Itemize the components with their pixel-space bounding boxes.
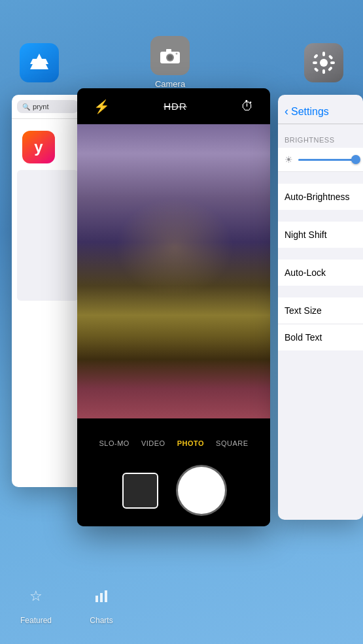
svg-rect-12 [328, 54, 334, 59]
camera-app-label: Camera [155, 79, 185, 89]
svg-rect-13 [314, 67, 319, 72]
settings-icon [304, 43, 343, 82]
svg-rect-4 [166, 49, 171, 52]
viewfinder-light [116, 198, 233, 296]
settings-rows-group3: Auto-Lock [278, 260, 363, 286]
camera-header: ⚡ HDR ⏱ [77, 88, 270, 124]
search-text: prynt [33, 103, 48, 110]
camera-mode-bar: SLO-MO VIDEO PHOTO SQUARE [77, 432, 270, 454]
back-chevron-icon: ‹ [285, 105, 288, 118]
app-switcher: A Camera [0, 0, 363, 644]
text-size-row[interactable]: Text Size [278, 297, 363, 324]
mode-square[interactable]: SQUARE [216, 439, 248, 447]
appstore-icon-item[interactable]: A [20, 43, 59, 82]
dock-charts-item[interactable]: Charts [85, 580, 118, 625]
settings-back-label: Settings [291, 106, 329, 118]
app-icons-bar: A Camera [0, 36, 363, 89]
appstore-icon: A [20, 43, 59, 82]
settings-icon-item[interactable] [304, 43, 343, 82]
svg-rect-8 [322, 69, 325, 74]
settings-rows-group2: Night Shift [278, 222, 363, 248]
svg-rect-9 [313, 61, 317, 64]
settings-rows-group4: Text Size Bold Text [278, 297, 363, 350]
bottom-dock: ☆ Featured Charts [0, 572, 363, 644]
app-cards-container: 🔍 prynt y ⚡ HDR ⏱ [0, 88, 363, 572]
brightness-slider[interactable] [298, 159, 356, 161]
mode-slomo[interactable]: SLO-MO [99, 439, 129, 447]
text-size-label: Text Size [285, 305, 322, 316]
appstore-content: y [12, 119, 84, 311]
charts-icon [85, 580, 118, 613]
yummly-icon: y [22, 131, 55, 163]
charts-label: Charts [90, 616, 112, 625]
appstore-banner [17, 170, 78, 301]
auto-brightness-label: Auto-Brightness [285, 192, 350, 202]
appstore-svg: A [27, 51, 51, 75]
svg-rect-14 [328, 66, 333, 71]
night-shift-row[interactable]: Night Shift [278, 222, 363, 248]
camera-bottom-bar [77, 454, 270, 526]
camera-icon-item[interactable]: Camera [150, 36, 190, 89]
camera-svg [160, 47, 181, 64]
card-settings[interactable]: ‹ Settings BRIGHTNESS ☀ Auto-Brightness … [278, 95, 363, 520]
settings-rows-group: Auto-Brightness [278, 184, 363, 210]
auto-brightness-row[interactable]: Auto-Brightness [278, 184, 363, 210]
mode-video[interactable]: VIDEO [141, 439, 165, 447]
mode-photo[interactable]: PHOTO [177, 439, 204, 447]
svg-rect-15 [95, 596, 98, 602]
timer-icon[interactable]: ⏱ [241, 99, 254, 114]
card-camera[interactable]: ⚡ HDR ⏱ SLO-MO VIDEO PHOTO SQUARE [77, 88, 270, 526]
charts-svg [94, 589, 109, 603]
featured-star-icon: ☆ [20, 580, 52, 613]
svg-rect-7 [322, 52, 325, 56]
svg-point-5 [176, 53, 178, 55]
auto-lock-row[interactable]: Auto-Lock [278, 260, 363, 286]
bold-text-row[interactable]: Bold Text [278, 324, 363, 350]
settings-svg [312, 51, 336, 75]
search-input-bar[interactable]: 🔍 prynt [17, 100, 78, 113]
svg-rect-10 [330, 61, 335, 64]
hdr-label[interactable]: HDR [164, 101, 187, 112]
brightness-section-header: BRIGHTNESS [278, 124, 363, 148]
flash-off-icon[interactable]: ⚡ [94, 99, 110, 114]
svg-text:A: A [31, 59, 38, 70]
auto-lock-label: Auto-Lock [285, 267, 326, 278]
night-shift-label: Night Shift [285, 229, 327, 240]
featured-label: Featured [20, 616, 52, 625]
camera-thumbnail[interactable] [122, 473, 158, 509]
dock-featured-item[interactable]: ☆ Featured [20, 580, 52, 625]
svg-rect-11 [313, 54, 319, 59]
svg-point-6 [320, 59, 328, 67]
svg-rect-16 [100, 593, 103, 602]
brightness-slider-row[interactable]: ☀ [278, 148, 363, 172]
shutter-button[interactable] [178, 467, 225, 514]
search-icon: 🔍 [22, 103, 30, 110]
svg-rect-17 [105, 590, 107, 602]
svg-point-3 [167, 55, 173, 60]
appstore-search-bar: 🔍 prynt [12, 95, 84, 119]
card-appstore[interactable]: 🔍 prynt y [12, 95, 84, 487]
bold-text-label: Bold Text [285, 332, 322, 343]
camera-icon [150, 36, 190, 75]
settings-back-button[interactable]: ‹ Settings [278, 95, 363, 124]
brightness-sun-icon: ☀ [285, 154, 293, 165]
camera-viewfinder [77, 124, 270, 418]
